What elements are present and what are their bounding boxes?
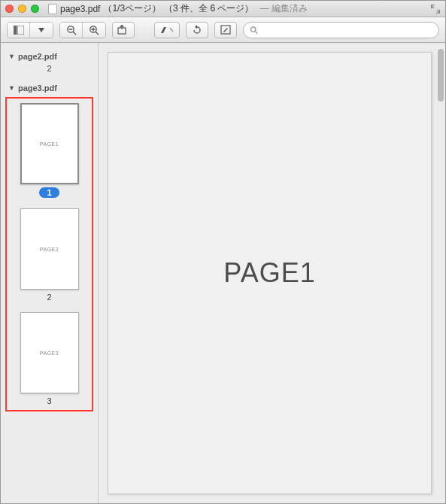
zoom-out-button[interactable]	[60, 23, 83, 38]
svg-rect-0	[14, 26, 17, 35]
document-icon	[48, 4, 57, 14]
fullscreen-icon[interactable]	[430, 4, 441, 14]
rotate-button[interactable]	[186, 22, 208, 38]
svg-line-3	[73, 32, 76, 35]
title-page-info: （1/3ページ）	[103, 2, 161, 15]
svg-rect-1	[17, 26, 24, 35]
thumb-wrap: PAGE2 2	[20, 208, 79, 302]
thumb-wrap: PAGE1 1	[20, 103, 79, 198]
search-input[interactable]	[261, 26, 432, 35]
page-viewer[interactable]: PAGE1	[99, 43, 445, 503]
page-number-label: 2	[1, 64, 98, 73]
sidebar-group-page3[interactable]: ▼ page3.pdf	[1, 77, 98, 96]
disclosure-icon[interactable]: ▼	[8, 84, 15, 92]
search-icon	[250, 26, 258, 35]
sidebar[interactable]: ▼ page2.pdf 2 ▼ page3.pdf PAGE1 1 PAGE2 …	[1, 43, 99, 503]
thumb-content: PAGE1	[40, 141, 59, 147]
sidebar-view-button[interactable]	[8, 23, 30, 38]
body: ▼ page2.pdf 2 ▼ page3.pdf PAGE1 1 PAGE2 …	[1, 43, 445, 503]
page-number-label: 3	[47, 396, 51, 405]
thumb-content: PAGE2	[40, 247, 59, 252]
titlebar: page3.pdf （1/3ページ） （3 件、全 6 ページ） — 編集済み	[1, 1, 445, 17]
disclosure-icon[interactable]: ▼	[8, 53, 15, 60]
zoom-in-button[interactable]	[83, 23, 105, 38]
page-canvas[interactable]: PAGE1	[108, 52, 432, 494]
scrollbar-thumb[interactable]	[438, 49, 444, 102]
window-controls	[5, 5, 39, 13]
zoom-icon[interactable]	[31, 5, 39, 13]
share-button[interactable]	[112, 22, 135, 38]
page-number-badge: 1	[39, 187, 59, 198]
window-title: page3.pdf （1/3ページ） （3 件、全 6 ページ） — 編集済み	[48, 2, 427, 15]
page-thumbnail-2[interactable]: PAGE2	[20, 208, 79, 290]
page-thumbnail-3[interactable]: PAGE3	[20, 312, 79, 393]
title-doc-info: （3 件、全 6 ページ）	[164, 2, 253, 15]
search-field[interactable]	[243, 22, 439, 38]
highlight-button[interactable]	[154, 22, 180, 38]
title-filename: page3.pdf	[60, 4, 100, 14]
title-edited: — 編集済み	[259, 2, 307, 15]
svg-line-12	[255, 31, 257, 33]
svg-line-6	[96, 32, 99, 35]
toolbar	[1, 17, 445, 43]
sidebar-group-page2[interactable]: ▼ page2.pdf	[1, 46, 98, 64]
zoom-segment[interactable]	[59, 22, 106, 38]
markup-button[interactable]	[214, 22, 237, 38]
page-content: PAGE1	[223, 257, 315, 289]
view-dropdown-button[interactable]	[30, 23, 53, 38]
thumb-wrap: PAGE3 3	[20, 312, 79, 405]
thumb-content: PAGE3	[40, 351, 59, 356]
view-mode-segment[interactable]	[7, 22, 53, 38]
svg-point-11	[251, 26, 256, 31]
group-label: page3.pdf	[18, 83, 57, 93]
close-icon[interactable]	[5, 5, 14, 13]
page-number-label: 2	[47, 293, 51, 302]
highlight-box: PAGE1 1 PAGE2 2 PAGE3 3	[5, 97, 93, 411]
minimize-icon[interactable]	[18, 5, 26, 13]
group-label: page2.pdf	[18, 52, 57, 61]
page-thumbnail-1[interactable]: PAGE1	[20, 103, 79, 184]
